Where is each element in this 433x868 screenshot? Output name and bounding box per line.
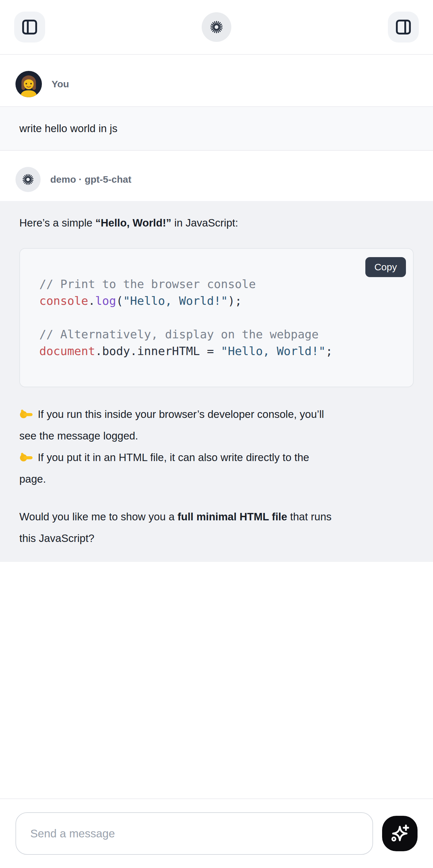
code-line: [39, 309, 395, 326]
panel-right-icon: [394, 18, 413, 36]
user-message-text: write hello world in js: [19, 122, 117, 135]
person-emoji-icon: [16, 71, 42, 97]
assistant-paragraph: Would you like me to show you a full min…: [19, 506, 414, 549]
assistant-avatar: [16, 167, 40, 192]
code-line: document.body.innerHTML = "Hello, World!…: [39, 343, 395, 360]
assistant-intro: Here’s a simple “Hello, World!” in JavaS…: [19, 215, 414, 231]
starburst-icon: [21, 172, 35, 187]
user-avatar: [16, 71, 42, 97]
user-message-header: You: [0, 55, 433, 106]
top-bar: [0, 0, 433, 55]
assistant-message: Here’s a simple “Hello, World!” in JavaS…: [0, 201, 433, 562]
assistant-message-header: demo · gpt-5-chat: [0, 151, 433, 201]
right-panel-toggle-button[interactable]: [388, 11, 419, 42]
code-content: // Print to the browser consoleconsole.l…: [39, 276, 395, 360]
message-input[interactable]: [16, 812, 373, 855]
starburst-icon: [208, 19, 225, 35]
copy-code-button[interactable]: Copy: [365, 257, 406, 277]
user-name-label: You: [52, 79, 69, 90]
pointing-right-icon: [19, 408, 33, 419]
code-block: Copy // Print to the browser consolecons…: [19, 248, 414, 387]
sparkle-icon: [390, 823, 410, 844]
code-line: // Alternatively, display on the webpage: [39, 326, 395, 343]
code-line: console.log("Hello, World!");: [39, 292, 395, 309]
app-logo-button[interactable]: [202, 12, 231, 42]
assistant-model-label: demo · gpt-5-chat: [50, 174, 131, 185]
sidebar-toggle-button[interactable]: [14, 11, 45, 42]
pointing-right-icon: [19, 452, 33, 462]
send-button[interactable]: [382, 816, 417, 851]
assistant-paragraphs: If you run this inside your browser’s de…: [19, 403, 414, 549]
user-message: write hello world in js: [0, 106, 433, 151]
code-line: // Print to the browser console: [39, 276, 395, 292]
assistant-paragraph: If you run this inside your browser’s de…: [19, 403, 414, 490]
composer: [0, 798, 433, 868]
panel-left-icon: [20, 18, 39, 36]
conversation: You write hello world in js demo · gpt-5…: [0, 55, 433, 562]
